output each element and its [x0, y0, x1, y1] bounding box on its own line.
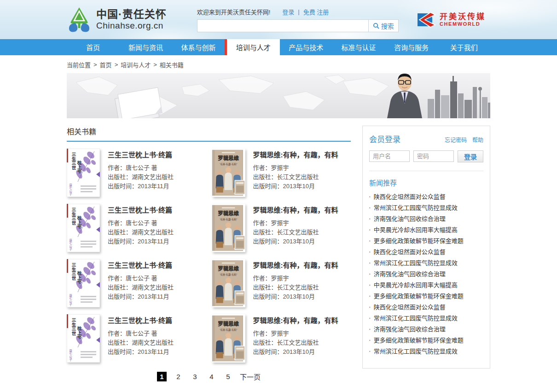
book-card: 三生三世枕上书·终篇 作者：唐七公子 著 出版社：湖南文艺出版社 出版时间：20… — [67, 149, 206, 197]
page-4[interactable]: 4 — [207, 372, 216, 381]
partner-logo-cn: 开美沃传媒 — [440, 13, 486, 21]
book-title[interactable]: 罗辑思维:有种，有趣，有料 — [253, 260, 338, 270]
book-author: 作者：罗振宇 — [253, 219, 338, 228]
bullet-icon: ▪ — [369, 195, 371, 199]
book-cover[interactable] — [212, 204, 245, 252]
search-button-label: 搜索 — [381, 21, 394, 30]
hands-tree-logo-icon — [67, 6, 92, 33]
search-button[interactable]: 搜索 — [368, 19, 399, 32]
site-logo[interactable]: 中国·责任关怀 Chinahse.org.cn — [67, 6, 167, 33]
news-item[interactable]: ▪中昊晨光冷却水回用率大幅提高 — [369, 225, 483, 236]
book-author: 作者：罗振宇 — [253, 163, 338, 173]
book-author: 作者：罗振宇 — [253, 274, 338, 283]
book-author: 作者：唐七公子 著 — [108, 219, 174, 228]
book-cover[interactable] — [67, 204, 100, 252]
book-title[interactable]: 三生三世枕上书·终篇 — [108, 205, 174, 214]
topbar-separator: | — [298, 8, 299, 15]
book-title[interactable]: 罗辑思维:有种，有趣，有料 — [253, 205, 338, 214]
news-item[interactable]: ▪常州滨江化工园废气防控显成效 — [369, 202, 483, 213]
news-item[interactable]: ▪更多细化政策破解节能环保金难题 — [369, 236, 483, 247]
main-nav: 首页 新闻与资讯 体系与创新 培训与人才 产品与技术 标准与认证 咨询与服务 关… — [0, 39, 557, 55]
book-title[interactable]: 三生三世枕上书·终篇 — [108, 315, 174, 325]
password-field[interactable] — [413, 150, 454, 162]
page-banner — [67, 73, 490, 118]
news-item[interactable]: ▪济南强化油气回收综合治理 — [369, 324, 483, 335]
nav-item-training[interactable]: 培训与人才 — [227, 39, 279, 55]
pagination: 1 2 3 4 5 下一页 — [67, 372, 351, 381]
search-input[interactable] — [197, 19, 368, 32]
book-cover[interactable] — [212, 149, 245, 197]
help-link[interactable]: 帮助 — [472, 136, 483, 144]
news-item[interactable]: ▪中昊晨光冷却水回用率大幅提高 — [369, 280, 483, 291]
book-publisher: 出版社：湖南文艺出版社 — [108, 283, 174, 292]
book-title[interactable]: 三生三世枕上书·终篇 — [108, 150, 174, 159]
news-item[interactable]: ▪济南强化油气回收综合治理 — [369, 269, 483, 280]
book-card: 三生三世枕上书·终篇 作者：唐七公子 著 出版社：湖南文艺出版社 出版时间：20… — [67, 259, 206, 307]
book-title[interactable]: 三生三世枕上书·终篇 — [108, 260, 174, 270]
news-item[interactable]: ▪陕西化企坦然面对公众监督 — [369, 191, 483, 202]
nav-item-standards[interactable]: 标准与认证 — [332, 39, 385, 55]
bullet-icon: ▪ — [369, 327, 371, 331]
book-date: 出版时间：2013年11月 — [108, 347, 174, 357]
bullet-icon: ▪ — [369, 305, 371, 309]
page-1[interactable]: 1 — [157, 372, 167, 381]
book-card: 罗辑思维:有种，有趣，有料 作者：罗振宇 出版社：长江文艺出版社 出版时间：20… — [212, 204, 351, 252]
bullet-icon: ▪ — [369, 349, 371, 353]
nav-item-about[interactable]: 关于我们 — [438, 39, 490, 55]
news-item[interactable]: ▪常州滨江化工园废气防控显成效 — [369, 258, 483, 269]
breadcrumb-prefix: 当前位置 — [67, 60, 91, 69]
book-publisher: 出版社：长江文艺出版社 — [253, 173, 338, 182]
book-date: 出版时间：2013年11月 — [108, 182, 174, 191]
book-cover[interactable] — [67, 259, 100, 307]
page-2[interactable]: 2 — [174, 372, 183, 381]
page-5[interactable]: 5 — [223, 372, 233, 381]
breadcrumb-separator: > — [153, 61, 157, 68]
sidebar: 会员登录 忘记密码 帮助 登录 新闻推荐 ▪陕西化企坦然面对公众监督 ▪常州滨江… — [362, 126, 490, 369]
book-cover[interactable] — [67, 149, 100, 197]
book-publisher: 出版社：湖南文艺出版社 — [108, 228, 174, 237]
book-publisher: 出版社：长江文艺出版社 — [253, 283, 338, 292]
news-item[interactable]: ▪更多细化政策破解节能环保金难题 — [369, 291, 483, 302]
news-item[interactable]: ▪更多细化政策破解节能环保金难题 — [369, 335, 483, 346]
nav-item-consulting[interactable]: 咨询与服务 — [385, 39, 437, 55]
book-date: 出版时间：2013年11月 — [108, 292, 174, 301]
login-button[interactable]: 登录 — [458, 150, 483, 162]
nav-item-system[interactable]: 体系与创新 — [172, 39, 225, 55]
login-link[interactable]: 登录 — [282, 7, 294, 16]
nav-item-home[interactable]: 首页 — [67, 39, 119, 55]
book-cover[interactable] — [212, 259, 245, 307]
search-icon — [373, 23, 379, 29]
next-page-button[interactable]: 下一页 — [240, 372, 261, 381]
books-grid: 三生三世枕上书·终篇 作者：唐七公子 著 出版社：湖南文艺出版社 出版时间：20… — [67, 149, 351, 363]
news-item[interactable]: ▪常州滨江化工园废气防控显成效 — [369, 346, 483, 357]
breadcrumb-books[interactable]: 相关书籍 — [160, 60, 184, 69]
forgot-password-link[interactable]: 忘记密码 — [445, 136, 467, 144]
bullet-icon: ▪ — [369, 250, 371, 254]
register-link[interactable]: 免费 注册 — [303, 7, 329, 16]
nav-item-news[interactable]: 新闻与资讯 — [119, 39, 172, 55]
news-item[interactable]: ▪济南强化油气回收综合治理 — [369, 213, 483, 225]
breadcrumb: 当前位置 > 首页 > 培训与人才 > 相关书籍 — [67, 60, 490, 69]
breadcrumb-training[interactable]: 培训与人才 — [121, 60, 151, 69]
news-item[interactable]: ▪常州滨江化工园废气防控显成效 — [369, 313, 483, 324]
book-title[interactable]: 罗辑思维:有种，有趣，有料 — [253, 315, 338, 325]
book-publisher: 出版社：长江文艺出版社 — [253, 228, 338, 237]
news-list: ▪陕西化企坦然面对公众监督 ▪常州滨江化工园废气防控显成效 ▪济南强化油气回收综… — [369, 191, 483, 357]
book-date: 出版时间：2013年10月 — [253, 237, 338, 246]
breadcrumb-home[interactable]: 首页 — [100, 60, 112, 69]
nav-item-products[interactable]: 产品与技术 — [280, 39, 332, 55]
bullet-icon: ▪ — [369, 239, 371, 243]
book-cover[interactable] — [212, 314, 245, 363]
bullet-icon: ▪ — [369, 316, 371, 320]
book-cover[interactable] — [67, 314, 100, 363]
username-field[interactable] — [369, 150, 410, 162]
partner-logo-en: CHEMWORLD — [440, 22, 486, 27]
partner-logo: 开美沃传媒 CHEMWORLD — [416, 12, 486, 28]
news-item[interactable]: ▪陕西化企坦然面对公众监督 — [369, 302, 483, 313]
book-author: 作者：唐七公子 著 — [108, 163, 174, 173]
book-title[interactable]: 罗辑思维:有种，有趣，有料 — [253, 150, 338, 159]
page-3[interactable]: 3 — [190, 372, 200, 381]
brand-subtitle: Chinahse.org.cn — [96, 21, 167, 31]
news-item[interactable]: ▪陕西化企坦然面对公众监督 — [369, 247, 483, 258]
member-login-title: 会员登录 — [369, 133, 400, 144]
